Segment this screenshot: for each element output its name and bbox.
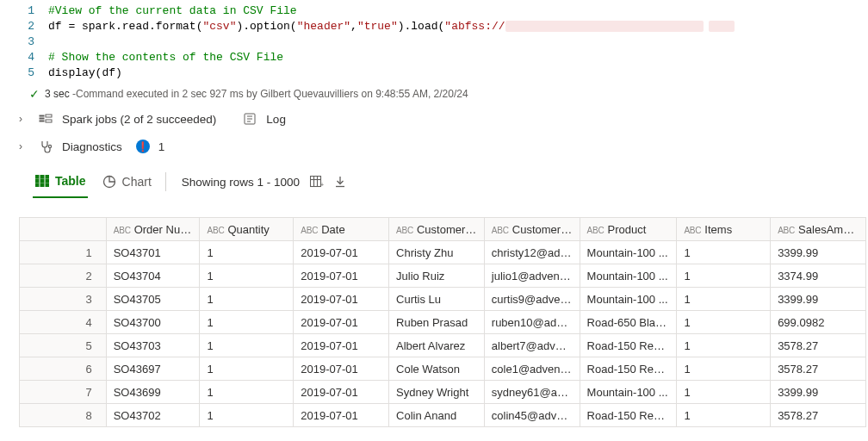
- cell-amount: 3578.27: [771, 404, 866, 427]
- cell-product: Mountain-100 ...: [580, 288, 677, 311]
- status-duration: 3 sec: [45, 88, 70, 100]
- cell-cmail: albert7@advent...: [484, 334, 580, 357]
- cell-qty: 1: [200, 288, 294, 311]
- col-items[interactable]: ABCItems: [677, 218, 771, 241]
- table-row[interactable]: 7SO4369912019-07-01Sydney Wrightsydney61…: [20, 381, 866, 404]
- cell-product: Mountain-100 ...: [580, 264, 677, 288]
- cell-cname: Julio Ruiz: [389, 264, 485, 288]
- code-editor[interactable]: 1 2 3 4 5 #View of the current data in C…: [0, 0, 868, 83]
- cell-product: Road-150 Red, 62: [580, 357, 677, 381]
- svg-rect-0: [40, 115, 44, 116]
- tab-chart[interactable]: Chart: [100, 171, 153, 197]
- tab-chart-label: Chart: [122, 175, 152, 189]
- spark-jobs-label: Spark jobs (2 of 2 succeeded): [62, 113, 216, 126]
- cell-order: SO43705: [106, 288, 200, 311]
- table-row[interactable]: 1SO4370112019-07-01Christy Zhuchristy12@…: [20, 241, 866, 264]
- svg-rect-10: [35, 175, 39, 178]
- cell-cname: Ruben Prasad: [389, 311, 485, 334]
- cell-amount: 3399.99: [771, 241, 866, 264]
- cell-cname: Christy Zhu: [389, 241, 485, 264]
- cell-qty: 1: [200, 264, 294, 288]
- download-icon[interactable]: [334, 176, 346, 188]
- col-order-number[interactable]: ABCOrder Number: [106, 218, 200, 241]
- col-customer-name[interactable]: ABCCustomerNa...: [389, 218, 485, 241]
- cell-cname: Albert Alvarez: [389, 334, 485, 357]
- table-row[interactable]: 5SO4370312019-07-01Albert Alvarezalbert7…: [20, 334, 866, 357]
- spark-jobs-row[interactable]: › Spark jobs (2 of 2 succeeded) Log: [0, 105, 868, 133]
- svg-rect-4: [46, 120, 52, 122]
- cell-date: 2019-07-01: [294, 311, 389, 334]
- diagnostics-label: Diagnostics: [62, 140, 122, 153]
- output-tabs: Table Chart Showing rows 1 - 1000 +: [0, 160, 868, 198]
- svg-rect-20: [311, 177, 321, 187]
- col-date[interactable]: ABCDate: [294, 218, 389, 241]
- chevron-right-icon: ›: [19, 113, 29, 125]
- tab-table[interactable]: Table: [33, 171, 88, 198]
- cell-items: 1: [677, 288, 771, 311]
- col-customer-email[interactable]: ABCCustomerEm...: [484, 218, 580, 241]
- cell-cname: Sydney Wright: [389, 381, 485, 404]
- cell-order: SO43697: [106, 357, 200, 381]
- cell-items: 1: [677, 264, 771, 288]
- diagnostics-count: 1: [158, 140, 165, 153]
- diagnostics-row[interactable]: › Diagnostics ❗ 1: [0, 133, 868, 160]
- table-row[interactable]: 2SO4370412019-07-01Julio Ruizjulio1@adve…: [20, 264, 866, 288]
- table-icon: [34, 174, 50, 188]
- result-table[interactable]: ABCOrder Number ABCQuantity ABCDate ABCC…: [19, 217, 866, 427]
- cell-qty: 1: [200, 311, 294, 334]
- cell-order: SO43702: [106, 404, 200, 427]
- svg-point-9: [48, 145, 51, 147]
- table-options-icon[interactable]: +: [310, 176, 324, 188]
- cell-date: 2019-07-01: [294, 404, 389, 427]
- code-content[interactable]: #View of the current data in CSV File df…: [48, 3, 868, 81]
- cell-order: SO43699: [106, 381, 200, 404]
- redacted-tail: [709, 21, 735, 32]
- row-index: 1: [20, 241, 107, 264]
- cell-qty: 1: [200, 357, 294, 381]
- svg-rect-13: [35, 179, 39, 183]
- table-row[interactable]: 8SO4370212019-07-01Colin Anandcolin45@ad…: [20, 404, 866, 427]
- rows-showing-label: Showing rows 1 - 1000: [182, 176, 300, 189]
- code-comment: #View of the current data in CSV File: [48, 4, 297, 17]
- cell-qty: 1: [200, 334, 294, 357]
- status-text: -Command executed in 2 sec 927 ms by Gil…: [70, 88, 468, 100]
- log-icon: [242, 112, 257, 126]
- success-check-icon: ✓: [29, 88, 40, 100]
- cell-date: 2019-07-01: [294, 288, 389, 311]
- cell-product: Mountain-100 ...: [580, 241, 677, 264]
- execution-status: ✓ 3 sec -Command executed in 2 sec 927 m…: [0, 83, 868, 105]
- col-index[interactable]: [20, 218, 107, 241]
- svg-rect-1: [40, 118, 44, 119]
- cell-date: 2019-07-01: [294, 381, 389, 404]
- cell-qty: 1: [200, 404, 294, 427]
- cell-amount: 3374.99: [771, 264, 866, 288]
- cell-cname: Cole Watson: [389, 357, 485, 381]
- result-table-wrap: ABCOrder Number ABCQuantity ABCDate ABCC…: [0, 198, 868, 427]
- stethoscope-icon: [38, 140, 53, 153]
- chart-icon: [102, 175, 117, 189]
- log-label[interactable]: Log: [266, 113, 286, 126]
- cell-product: Road-150 Red, 44: [580, 404, 677, 427]
- cell-items: 1: [677, 241, 771, 264]
- cell-cname: Curtis Lu: [389, 288, 485, 311]
- cell-product: Road-650 Black...: [580, 311, 677, 334]
- svg-rect-12: [46, 175, 49, 178]
- row-index: 5: [20, 334, 107, 357]
- col-sales-amount[interactable]: ABCSalesAmount: [771, 218, 866, 241]
- cell-order: SO43700: [106, 311, 200, 334]
- redacted-path: [505, 21, 704, 32]
- cell-product: Mountain-100 ...: [580, 381, 677, 404]
- row-index: 7: [20, 381, 107, 404]
- table-row[interactable]: 6SO4369712019-07-01Cole Watsoncole1@adve…: [20, 357, 866, 381]
- col-quantity[interactable]: ABCQuantity: [200, 218, 294, 241]
- col-product[interactable]: ABCProduct: [580, 218, 677, 241]
- cell-amount: 3399.99: [771, 288, 866, 311]
- table-row[interactable]: 4SO4370012019-07-01Ruben Prasadruben10@a…: [20, 311, 866, 334]
- cell-cmail: colin45@adven...: [484, 404, 580, 427]
- cell-date: 2019-07-01: [294, 334, 389, 357]
- row-index: 8: [20, 404, 107, 427]
- cell-cmail: ruben10@adve...: [484, 311, 580, 334]
- table-row[interactable]: 3SO4370512019-07-01Curtis Lucurtis9@adve…: [20, 288, 866, 311]
- cell-amount: 3578.27: [771, 357, 866, 381]
- cell-date: 2019-07-01: [294, 264, 389, 288]
